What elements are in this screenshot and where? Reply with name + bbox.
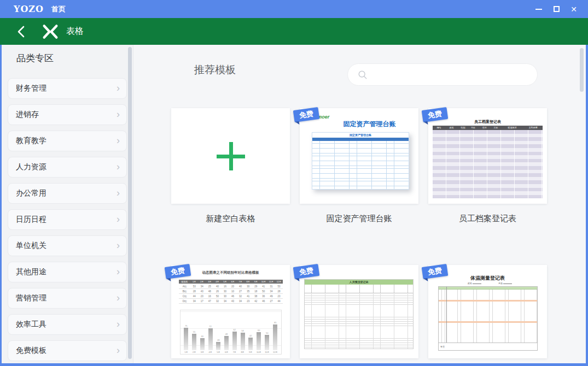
sidebar-item-hr[interactable]: 人力资源› xyxy=(8,157,127,178)
thumb-sheet-title: 固定资产管理台账 xyxy=(312,133,409,138)
spreadsheet-app-logo-icon xyxy=(41,23,60,40)
chevron-right-icon: › xyxy=(117,83,120,93)
app-header: 表格 xyxy=(0,18,588,45)
thumb-sheet-title: 人员情况登记表 xyxy=(305,280,413,285)
chevron-right-icon: › xyxy=(117,267,120,276)
template-card-employee-file[interactable]: 免费 员工档案登记表 编号姓名性别年龄生日工龄联系电话文化程度 xyxy=(428,108,547,204)
sidebar-item-organization[interactable]: 单位机关› xyxy=(8,235,127,256)
search-input[interactable] xyxy=(372,64,537,85)
sidebar-item-label: 教育教学 xyxy=(16,136,46,146)
thumb-sheet: 人员情况登记表 xyxy=(304,279,414,349)
maximize-icon xyxy=(554,6,560,12)
employee-table-header: 编号姓名性别年龄生日工龄联系电话文化程度 xyxy=(433,126,543,130)
sidebar-item-label: 其他用途 xyxy=(16,267,46,277)
category-sidebar: 品类专区 财务管理› 进销存› 教育教学› 人力资源› 办公常用› 日历日程› … xyxy=(2,45,133,363)
body-area: 品类专区 财务管理› 进销存› 教育教学› 人力资源› 办公常用› 日历日程› … xyxy=(2,45,586,363)
sidebar-item-calendar[interactable]: 日历日程› xyxy=(8,209,127,230)
minimize-button[interactable] xyxy=(530,2,548,16)
sidebar-item-label: 进销存 xyxy=(16,110,39,120)
left-column-divider xyxy=(446,287,447,343)
sidebar-item-label: 办公常用 xyxy=(16,188,46,198)
thumb-title: 员工档案登记表 xyxy=(428,119,547,125)
sidebar-item-other[interactable]: 其他用途› xyxy=(8,262,127,282)
sidebar-item-inventory[interactable]: 进销存› xyxy=(8,104,127,125)
sidebar-item-efficiency[interactable]: 效率工具› xyxy=(8,314,127,335)
sidebar-scrollbar[interactable] xyxy=(128,47,132,359)
thumb-table-header xyxy=(305,285,413,293)
sidebar-item-label: 单位机关 xyxy=(16,241,46,251)
thumb-table-grid xyxy=(439,290,537,343)
template-card-asset-ledger[interactable]: 免费 Yomoer 固定资产管理台账 固定资产管理台账 xyxy=(300,108,418,204)
app-name-label: 表格 xyxy=(66,26,84,37)
sidebar-item-free-templates[interactable]: 免费模板› xyxy=(8,340,127,361)
card-caption: 新建空白表格 xyxy=(171,214,290,224)
sidebar-item-office[interactable]: 办公常用› xyxy=(8,183,127,204)
sidebar-item-label: 日历日程 xyxy=(16,215,46,225)
titlebar: YOZO 首页 ✕ xyxy=(0,0,588,18)
back-button[interactable] xyxy=(14,25,28,39)
chevron-right-icon: › xyxy=(117,135,120,145)
free-badge: 免费 xyxy=(165,264,191,279)
thumb-sheet: 固定资产管理台账 xyxy=(312,132,409,190)
thumb-sheet: 备注 xyxy=(438,286,538,351)
search-icon xyxy=(358,70,368,80)
app-window: YOZO 首页 ✕ 表格 品类专区 财务管理› 进销存› 教育教学› 人力资源›… xyxy=(0,0,588,366)
chevron-right-icon: › xyxy=(117,319,120,329)
window-controls: ✕ xyxy=(530,0,583,18)
thumb-table-grid xyxy=(305,294,413,349)
sidebar-item-finance[interactable]: 财务管理› xyxy=(8,78,127,99)
template-gallery: 推荐模板 免费 Yomoer 固定资产管理台账 固定资产管理台账 xyxy=(133,45,586,363)
section-title: 推荐模板 xyxy=(194,63,236,77)
note-label: 备注 xyxy=(440,345,445,348)
titlebar-page-tab[interactable]: 首页 xyxy=(51,4,66,14)
sidebar-item-label: 免费模板 xyxy=(16,346,46,356)
chevron-right-icon: › xyxy=(117,109,120,119)
sidebar-item-label: 效率工具 xyxy=(16,320,46,329)
thumb-title: 固定资产管理台账 xyxy=(300,120,418,129)
sidebar-item-label: 财务管理 xyxy=(16,84,46,93)
highlight-row xyxy=(439,300,537,302)
close-button[interactable]: ✕ xyxy=(565,2,583,16)
sidebar-list: 财务管理› 进销存› 教育教学› 人力资源› 办公常用› 日历日程› 单位机关›… xyxy=(8,78,127,361)
plus-icon xyxy=(217,142,245,170)
minimize-icon xyxy=(535,9,542,10)
thumb-table-grid xyxy=(433,130,543,198)
note-row: 备注 xyxy=(439,343,537,350)
card-caption: 员工档案登记表 xyxy=(428,214,547,224)
month-field-label: 月份 xyxy=(498,282,503,285)
thumb-sheet: 编号姓名性别年龄生日工龄联系电话文化程度 xyxy=(433,126,543,198)
search-box[interactable] xyxy=(347,63,538,86)
mini-bar-chart: 751月552月403月724月285月486月627月588月429月6010… xyxy=(180,310,282,355)
template-card-temperature[interactable]: 免费 体温测量登记表 姓名 月份 备注 xyxy=(428,265,547,358)
chevron-right-icon: › xyxy=(117,162,120,172)
maximize-button[interactable] xyxy=(548,2,565,16)
card-caption: 固定资产管理台账 xyxy=(300,214,418,224)
chevron-right-icon: › xyxy=(117,240,120,250)
chevron-right-icon: › xyxy=(117,293,120,303)
sidebar-item-label: 营销管理 xyxy=(16,293,46,303)
sidebar-item-education[interactable]: 教育教学› xyxy=(8,131,127,151)
chevron-left-icon xyxy=(16,25,25,38)
sidebar-section-title: 品类专区 xyxy=(16,52,54,64)
free-badge: 免费 xyxy=(293,264,320,279)
sidebar-item-label: 人力资源 xyxy=(16,162,46,172)
group-table: 组别名1月2月3月4月5月6月7月8月9月10月11月12月A组53342540… xyxy=(179,280,283,304)
main-scrollbar[interactable] xyxy=(580,48,584,92)
highlight-row xyxy=(439,321,537,323)
thumb-table-grid xyxy=(312,141,409,189)
template-card-blank[interactable] xyxy=(171,108,290,204)
template-card-dynamic-chart[interactable]: 免费 动态图表之不同组别年对比表格模板 组别名1月2月3月4月5月6月7月8月9… xyxy=(171,265,290,358)
sidebar-item-marketing[interactable]: 营销管理› xyxy=(8,288,127,309)
chevron-right-icon: › xyxy=(117,214,120,224)
chevron-right-icon: › xyxy=(117,188,120,198)
template-card-personnel[interactable]: 免费 人员情况登记表 xyxy=(300,265,418,358)
chevron-right-icon: › xyxy=(117,345,120,355)
name-field-label: 姓名 xyxy=(468,282,472,285)
app-logo-text: YOZO xyxy=(14,4,44,14)
